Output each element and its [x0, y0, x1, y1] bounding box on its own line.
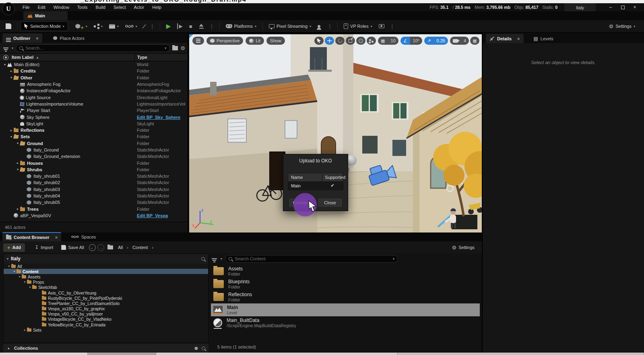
visibility-column-icon[interactable]: [3, 55, 8, 60]
menu-item[interactable]: File: [19, 3, 34, 11]
unreal-logo[interactable]: U: [2, 2, 15, 15]
add-actor-dropdown[interactable]: +▾: [72, 21, 91, 31]
outliner-row[interactable]: ▾ Main (Editor) World: [0, 61, 188, 68]
sort-asc-icon[interactable]: ▲: [36, 56, 39, 59]
blueprints-dropdown[interactable]: ▾: [91, 21, 106, 31]
outliner-row[interactable]: Sky Sphere Edit BP_Sky_Sphere: [0, 114, 188, 120]
asset-row[interactable]: Assets Folder: [211, 265, 480, 278]
collections-bar[interactable]: ▸ Collections ⊕: [3, 344, 208, 353]
vp-roles-dropdown[interactable]: VP Roles▾: [341, 21, 376, 31]
outliner-row[interactable]: Italy_shrub03 StaticMeshActor: [0, 186, 188, 193]
play-options-menu[interactable]: ⋮: [207, 23, 217, 29]
outliner-row[interactable]: Light Source DirectionalLight: [0, 94, 188, 100]
scale-tool[interactable]: [346, 37, 355, 45]
outliner-row[interactable]: Atmospheric Fog AtmosphericFog: [0, 81, 188, 87]
filter-chevron-icon[interactable]: ▾: [12, 46, 13, 50]
tab-main-level[interactable]: Main: [23, 11, 68, 20]
outliner-row[interactable]: Italy_Ground StaticMeshActor: [0, 147, 188, 153]
surface-snapping-toggle[interactable]: [367, 37, 376, 45]
folder-tree-row[interactable]: VintageBicycle_CC_by_VladNeko: [4, 317, 208, 322]
breadcrumb-all[interactable]: All: [116, 245, 124, 250]
expand-arrow-icon[interactable]: ▾: [17, 275, 22, 278]
tab-content-browser[interactable]: Content Browser ×: [2, 232, 61, 241]
camera-options-menu[interactable]: ⋮: [388, 23, 397, 29]
angle-snap-icon[interactable]: ∠: [400, 37, 410, 45]
toolbar-overflow-menu[interactable]: ⋮: [148, 23, 157, 29]
pixel-streaming-dropdown[interactable]: Pixel Streaming▾: [266, 21, 314, 31]
add-button[interactable]: +Add: [3, 243, 25, 252]
add-collection-icon[interactable]: ⊕: [194, 346, 198, 351]
filter-chevron-icon[interactable]: ▾: [221, 257, 222, 261]
outliner-row[interactable]: ▸ Reflections Folder: [0, 127, 188, 133]
outliner-row[interactable]: LightmassImportanceVolume LightmassImpor…: [0, 101, 188, 107]
outliner-settings-icon[interactable]: ⚙: [180, 45, 185, 51]
folder-tree-row[interactable]: TreePlanter_CC_by_LordSamueliSolo: [4, 301, 208, 306]
play-button[interactable]: ▶: [163, 21, 174, 31]
cinematics-dropdown[interactable]: ▾: [106, 21, 122, 31]
close-icon[interactable]: ×: [36, 36, 38, 41]
outliner-search[interactable]: ▾: [16, 44, 170, 52]
scale-snap-value[interactable]: 0.25: [433, 37, 448, 45]
expand-arrow-icon[interactable]: ▾: [23, 280, 27, 284]
close-icon[interactable]: ×: [517, 36, 520, 41]
sources-header[interactable]: ▾ Italy: [4, 254, 208, 264]
expand-arrow-icon[interactable]: ▾: [28, 286, 32, 289]
outliner-row[interactable]: Italy_shrub02 StaticMeshActor: [0, 179, 188, 186]
virtual-camera-button[interactable]: [376, 21, 388, 31]
save-all-button[interactable]: Save All: [58, 245, 87, 250]
tab-levels[interactable]: ▤ Levels: [530, 34, 557, 43]
outliner-row[interactable]: ▾ Sets Folder: [0, 133, 188, 140]
lit-dropdown[interactable]: Lit: [246, 37, 264, 45]
new-folder-icon[interactable]: [172, 46, 178, 50]
type-column-header[interactable]: Type: [134, 54, 188, 61]
outliner-row[interactable]: SkyLight SkyLight: [0, 120, 188, 127]
grid-snap-icon[interactable]: ▦: [378, 37, 388, 45]
menu-item[interactable]: Actor: [130, 3, 149, 11]
camera-speed-value[interactable]: 4: [461, 37, 469, 45]
multi-user-button[interactable]: [314, 21, 325, 31]
folder-tree-row[interactable]: ▾ All: [4, 264, 208, 269]
rotate-tool[interactable]: [335, 37, 345, 45]
asset-row[interactable]: Main Level: [211, 303, 480, 316]
outliner-row[interactable]: Italy_shrub04 StaticMeshActor: [0, 193, 188, 199]
import-button[interactable]: ↧Import: [31, 245, 56, 250]
outliner-search-input[interactable]: [25, 46, 162, 50]
menu-item[interactable]: Build: [92, 3, 109, 11]
oko-dropdown[interactable]: O◇O▾: [122, 21, 140, 31]
asset-row[interactable]: Reflections Folder: [211, 291, 480, 303]
expand-arrow-icon[interactable]: ▾: [12, 270, 17, 273]
folder-tree-row[interactable]: ▸ Sets: [4, 327, 208, 332]
close-dialog-button[interactable]: Close: [318, 199, 342, 207]
search-icon[interactable]: [201, 257, 205, 261]
folder-tree-row[interactable]: ▾ Sketchfab: [4, 285, 208, 290]
outliner-row[interactable]: ▾ Shrubs Folder: [0, 166, 188, 173]
close-button[interactable]: ×: [629, 3, 641, 11]
outliner-row[interactable]: InstancedFoliageActor InstancedFoliageAc…: [0, 87, 188, 94]
grid-snap-value[interactable]: 10: [388, 37, 398, 45]
angle-snap-control[interactable]: ∠ 10°: [400, 37, 423, 45]
folder-tree-row[interactable]: ▾ Assets: [4, 274, 208, 279]
outliner-row[interactable]: ▾ Other Folder: [0, 75, 188, 81]
expand-arrow-icon[interactable]: ▾: [9, 76, 14, 79]
chevron-down-icon[interactable]: ▾: [393, 257, 394, 261]
maximize-viewport-button[interactable]: ▦: [470, 37, 479, 45]
outliner-row[interactable]: ▸ Trees Folder: [0, 206, 188, 212]
select-tool[interactable]: [314, 37, 324, 45]
tab-details[interactable]: Details ×: [486, 34, 524, 43]
paint-tool-button[interactable]: [140, 21, 148, 31]
platforms-dropdown[interactable]: Platforms▾: [223, 21, 260, 31]
outliner-row[interactable]: Italy_Ground_extension StaticMeshActor: [0, 153, 188, 160]
grid-snap-control[interactable]: ▦ 10: [378, 37, 398, 45]
outliner-row[interactable]: Italy_shrub05 StaticMeshActor: [0, 199, 188, 206]
perspective-dropdown[interactable]: Perspective: [206, 37, 243, 45]
move-tool[interactable]: [325, 37, 334, 45]
forward-button[interactable]: →: [97, 244, 104, 251]
viewport-options-menu[interactable]: [192, 37, 204, 45]
expand-arrow-icon[interactable]: ▾: [15, 141, 20, 145]
asset-row[interactable]: Blueprints Folder: [211, 278, 480, 291]
scale-snap-control[interactable]: ↗ 0.25: [424, 37, 448, 45]
outliner-row[interactable]: Player Start PlayerStart: [0, 107, 188, 114]
viewport-panel[interactable]: z x y Perspective Lit Show ▦ 10 ∠ 10° ↗ …: [189, 33, 482, 233]
tab-spaces[interactable]: O◇O Spaces: [68, 232, 99, 241]
asset-row[interactable]: Main_BuiltData /Script/Engine.MapBuildDa…: [211, 316, 480, 329]
